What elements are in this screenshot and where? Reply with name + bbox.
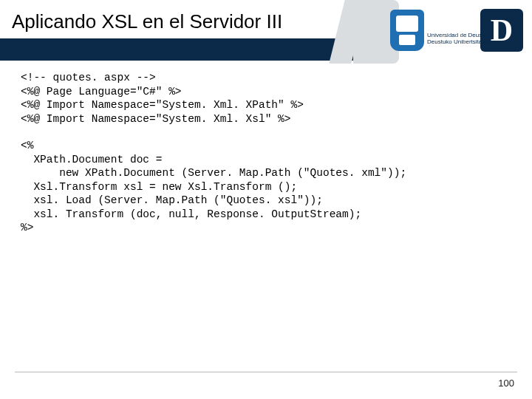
slide-title: Aplicando XSL en el Servidor III — [0, 0, 355, 33]
header: Aplicando XSL en el Servidor III Univers… — [0, 0, 532, 58]
uni-line2: Deustuko Unibertsitatea — [427, 39, 490, 46]
footer-line — [15, 372, 517, 372]
university-name: Universidad de Deusto Deustuko Unibertsi… — [427, 33, 490, 46]
university-logo: Universidad de Deusto Deustuko Unibertsi… — [390, 4, 523, 56]
crest-icon — [390, 10, 424, 51]
code-block-2: <% XPath.Document doc = new XPath.Docume… — [0, 126, 532, 235]
title-underline — [0, 38, 371, 61]
page-number: 100 — [498, 378, 514, 389]
code-block-1: <!-- quotes. aspx --> <%@ Page Language=… — [0, 58, 532, 126]
